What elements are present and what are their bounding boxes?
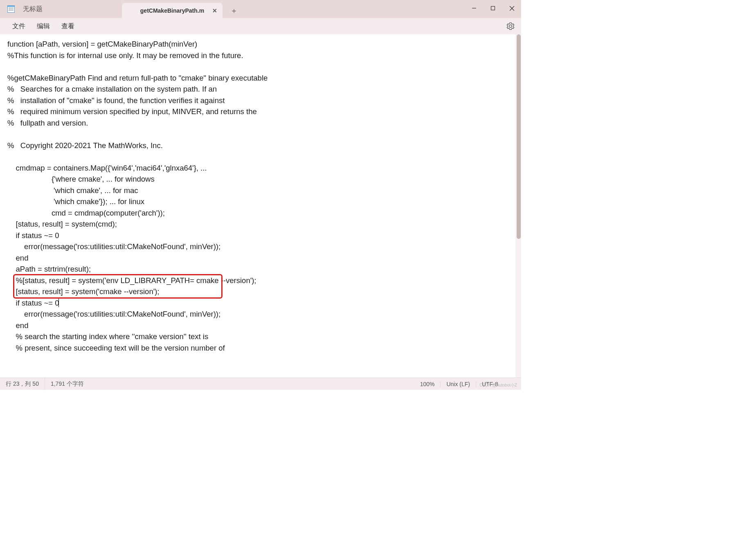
code-line: end bbox=[7, 254, 28, 262]
code-line: % fullpath and version. bbox=[7, 119, 88, 127]
minimize-button[interactable] bbox=[465, 0, 484, 16]
code-line: if status ~= 0 bbox=[7, 299, 59, 307]
window-title-untitled: 无标题 bbox=[23, 5, 43, 13]
menubar: 文件 编辑 查看 bbox=[0, 18, 521, 34]
status-charcount: 1,791 个字符 bbox=[45, 378, 90, 390]
scrollbar-track[interactable] bbox=[515, 34, 521, 378]
notepad-app-icon bbox=[7, 5, 15, 13]
new-tab-button[interactable]: ＋ bbox=[226, 3, 242, 18]
tab-close-icon[interactable]: ✕ bbox=[211, 7, 218, 14]
maximize-button[interactable] bbox=[484, 0, 502, 16]
close-button[interactable] bbox=[502, 0, 521, 16]
settings-button[interactable] bbox=[506, 22, 515, 30]
statusbar: 行 23，列 50 1,791 个字符 100% Unix (LF) UTF-8 bbox=[0, 378, 521, 390]
status-zoom[interactable]: 100% bbox=[414, 381, 441, 387]
code-line: %This function is for internal use only.… bbox=[7, 51, 243, 60]
code-line: cmdmap = containers.Map({'win64','maci64… bbox=[7, 164, 207, 172]
status-lineend[interactable]: Unix (LF) bbox=[441, 381, 476, 387]
code-line: % Searches for a cmake installation on t… bbox=[7, 85, 217, 93]
titlebar: 无标题 getCMakeBinaryPath.m ✕ ＋ bbox=[0, 0, 521, 18]
code-line: function [aPath, version] = getCMakeBina… bbox=[7, 40, 197, 48]
code-line: % Copyright 2020-2021 The MathWorks, Inc… bbox=[7, 141, 163, 150]
minimize-icon bbox=[472, 6, 477, 11]
code-line: error(message('ros:utilities:util:CMakeN… bbox=[7, 242, 220, 251]
code-line: %[status, result] = system('env LD_LIBRA… bbox=[7, 276, 256, 285]
code-line: [status, result] = system('cmake --versi… bbox=[7, 287, 160, 296]
code-line: cmd = cmdmap(computer('arch')); bbox=[7, 209, 165, 217]
status-position: 行 23，列 50 bbox=[0, 378, 45, 390]
window-controls bbox=[465, 0, 521, 16]
tabs-area: getCMakeBinaryPath.m ✕ ＋ bbox=[122, 0, 242, 18]
code-line: aPath = strtrim(result); bbox=[7, 265, 91, 273]
code-line: [status, result] = system(cmd); bbox=[7, 220, 117, 228]
code-line: end bbox=[7, 321, 28, 330]
code-line: % present, since succeeding text will be… bbox=[7, 344, 225, 352]
close-icon bbox=[509, 6, 515, 11]
editor-content[interactable]: function [aPath, version] = getCMakeBina… bbox=[0, 34, 521, 371]
watermark: CSDN @Autobot小Z bbox=[479, 382, 517, 388]
menu-file[interactable]: 文件 bbox=[7, 20, 31, 32]
svg-rect-1 bbox=[491, 7, 495, 10]
code-line: error(message('ros:utilities:util:CMakeN… bbox=[7, 310, 220, 318]
scrollbar-thumb[interactable] bbox=[517, 34, 521, 239]
menu-edit[interactable]: 编辑 bbox=[31, 20, 56, 32]
code-line: 'which cmake'}); ... for linux bbox=[7, 197, 144, 206]
tab-label: getCMakeBinaryPath.m bbox=[140, 7, 204, 14]
menu-view[interactable]: 查看 bbox=[56, 20, 80, 32]
code-line: % required minimum version specified by … bbox=[7, 107, 257, 116]
code-line: % search the starting index where ''cmak… bbox=[7, 332, 208, 341]
code-line: 'which cmake', ... for mac bbox=[7, 186, 138, 195]
code-line: % installation of "cmake" is found, the … bbox=[7, 96, 225, 105]
code-line: {'where cmake', ... for windows bbox=[7, 175, 155, 183]
code-line: if status ~= 0 bbox=[7, 231, 59, 240]
gear-icon bbox=[506, 22, 515, 30]
tab-active[interactable]: getCMakeBinaryPath.m ✕ bbox=[122, 3, 223, 18]
code-line: %getCMakeBinaryPath Find and return full… bbox=[7, 74, 268, 82]
maximize-icon bbox=[490, 6, 495, 11]
